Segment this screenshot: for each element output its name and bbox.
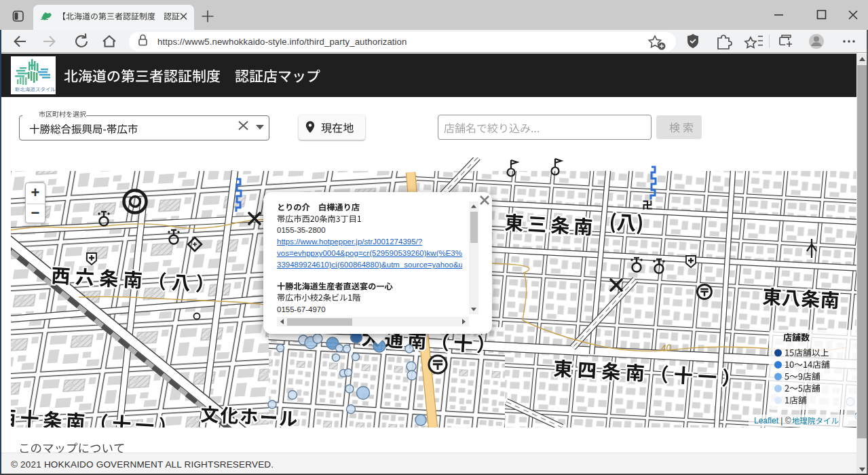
svg-text:40: 40 [660,342,672,354]
